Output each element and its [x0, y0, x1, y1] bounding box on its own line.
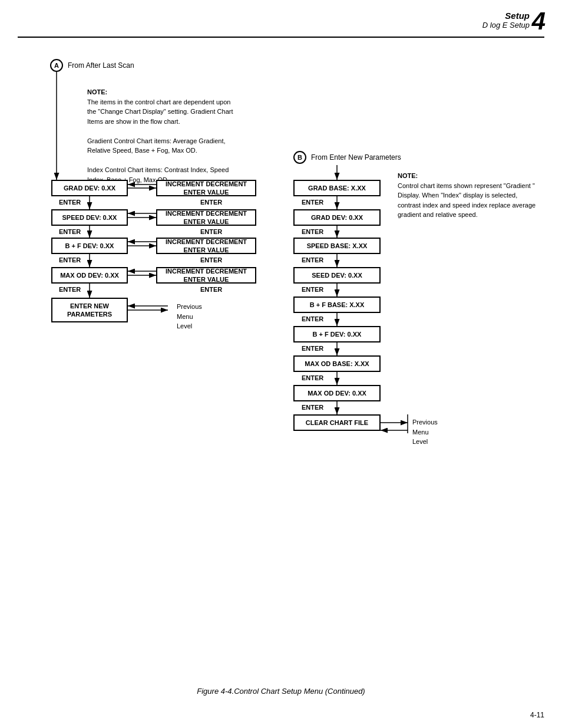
- circle-b-badge: B: [293, 151, 306, 164]
- figure-caption: Figure 4-4.Control Chart Setup Menu (Con…: [18, 687, 544, 696]
- page-number: 4-11: [530, 711, 544, 719]
- flow-arrows: [0, 0, 562, 728]
- circle-a-badge: A: [50, 59, 63, 72]
